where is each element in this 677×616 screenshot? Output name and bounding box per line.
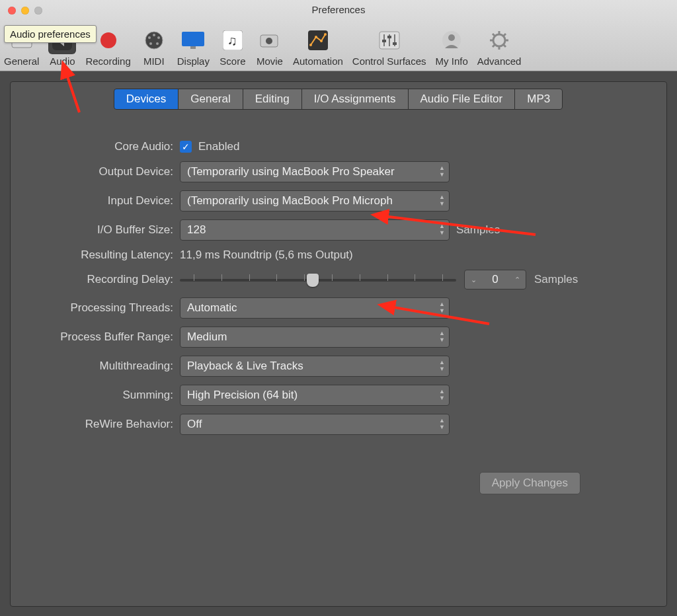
tooltip-audio-preferences: Audio preferences: [4, 25, 97, 43]
automation-icon: [304, 26, 332, 54]
chevron-updown-icon: ▲▼: [439, 165, 445, 178]
toolbar-label: Advanced: [477, 56, 522, 67]
svg-point-5: [100, 32, 116, 48]
output-device-label: Output Device:: [11, 165, 180, 178]
control-surfaces-icon: [376, 26, 403, 54]
apply-changes-button[interactable]: Apply Changes: [479, 472, 580, 494]
rewire-select[interactable]: Off ▲▼: [180, 414, 450, 435]
toolbar-label: Control Surfaces: [352, 56, 426, 67]
preferences-panel: Devices General Editing I/O Assignments …: [10, 81, 667, 607]
svg-point-20: [315, 36, 317, 38]
stepper-up-button[interactable]: ⌃: [508, 276, 526, 284]
svg-point-11: [156, 42, 159, 45]
summing-select[interactable]: High Precision (64 bit) ▲▼: [180, 385, 450, 406]
stepper-down-button[interactable]: ⌄: [465, 276, 482, 284]
output-device-select[interactable]: (Temporarily using MacBook Pro Speaker ▲…: [180, 161, 450, 182]
recording-delay-slider[interactable]: [180, 272, 456, 288]
summing-value: High Precision (64 bit): [187, 389, 298, 402]
toolbar-label: Recording: [85, 56, 130, 67]
latency-value: 11,9 ms Roundtrip (5,6 ms Output): [180, 249, 353, 262]
output-device-value: (Temporarily using MacBook Pro Speaker: [187, 165, 395, 178]
rewire-label: ReWire Behavior:: [11, 418, 180, 431]
toolbar-my-info[interactable]: My Info: [436, 26, 468, 67]
chevron-updown-icon: ▲▼: [439, 388, 445, 401]
toolbar-label: General: [4, 56, 39, 67]
process-buffer-range-value: Medium: [187, 330, 227, 344]
svg-point-19: [309, 44, 312, 46]
processing-threads-value: Automatic: [187, 301, 237, 315]
chevron-updown-icon: ▲▼: [439, 223, 445, 236]
toolbar-movie[interactable]: Movie: [256, 26, 284, 67]
titlebar: Preferences Audio preferences General Au…: [0, 0, 677, 71]
chevron-updown-icon: ▲▼: [439, 417, 445, 430]
toolbar-advanced[interactable]: Advanced: [477, 26, 522, 67]
toolbar-score[interactable]: ♫ Score: [219, 26, 247, 67]
recording-delay-stepper[interactable]: ⌄ 0 ⌃: [464, 270, 526, 289]
toolbar-label: Automation: [293, 56, 343, 67]
toolbar: General Audio Recording MIDI Display ♫ S…: [0, 26, 677, 71]
zoom-window-button[interactable]: [34, 7, 42, 15]
svg-line-39: [493, 44, 495, 47]
input-device-select[interactable]: (Temporarily using MacBook Pro Microph ▲…: [180, 190, 450, 212]
toolbar-label: Score: [219, 56, 245, 67]
process-buffer-range-select[interactable]: Medium ▲▼: [180, 327, 450, 348]
minimize-window-button[interactable]: [21, 7, 29, 15]
multithreading-select[interactable]: Playback & Live Tracks ▲▼: [180, 356, 450, 377]
subtab-io-assignments[interactable]: I/O Assignments: [301, 89, 409, 110]
svg-point-8: [148, 36, 151, 39]
io-buffer-select[interactable]: 128 ▲▼: [180, 219, 450, 241]
recording-delay-value: 0: [482, 273, 508, 286]
core-audio-value: Enabled: [198, 140, 239, 153]
toolbar-display[interactable]: Display: [177, 26, 210, 67]
subtab-audio-file-editor[interactable]: Audio File Editor: [408, 89, 516, 110]
core-audio-label: Core Audio:: [11, 140, 180, 153]
my-info-icon: [438, 26, 465, 54]
chevron-updown-icon: ▲▼: [439, 301, 445, 314]
movie-icon: [256, 26, 284, 54]
toolbar-midi[interactable]: MIDI: [140, 26, 168, 67]
svg-point-31: [448, 34, 455, 41]
recording-delay-label: Recording Delay:: [11, 273, 180, 286]
chevron-updown-icon: ▲▼: [439, 194, 445, 207]
svg-line-37: [493, 34, 495, 36]
svg-rect-12: [182, 32, 204, 46]
svg-line-40: [503, 34, 506, 36]
toolbar-control-surfaces[interactable]: Control Surfaces: [352, 26, 426, 67]
svg-point-7: [153, 34, 155, 36]
window-controls: [8, 7, 42, 15]
subtab-devices[interactable]: Devices: [114, 89, 179, 110]
subtab-bar: Devices General Editing I/O Assignments …: [11, 89, 666, 110]
multithreading-label: Multithreading:: [11, 360, 180, 373]
svg-point-17: [266, 38, 272, 44]
io-buffer-label: I/O Buffer Size:: [11, 223, 180, 237]
multithreading-value: Playback & Live Tracks: [187, 360, 303, 373]
score-icon: ♫: [219, 26, 247, 54]
subtab-mp3[interactable]: MP3: [514, 89, 563, 110]
chevron-updown-icon: ▲▼: [439, 359, 445, 372]
process-buffer-range-label: Process Buffer Range:: [11, 330, 180, 344]
svg-text:♫: ♫: [227, 33, 237, 48]
toolbar-label: My Info: [436, 56, 468, 67]
input-device-label: Input Device:: [11, 194, 180, 208]
slider-thumb[interactable]: [307, 274, 319, 287]
processing-threads-label: Processing Threads:: [11, 301, 180, 315]
recording-delay-suffix: Samples: [534, 273, 578, 286]
input-device-value: (Temporarily using MacBook Pro Microph: [187, 194, 393, 208]
latency-label: Resulting Latency:: [11, 249, 180, 262]
subtab-editing[interactable]: Editing: [243, 89, 302, 110]
svg-line-38: [503, 44, 506, 47]
subtab-general[interactable]: General: [178, 89, 243, 110]
devices-form: Core Audio: ✓ Enabled Output Device: (Te…: [11, 136, 666, 439]
advanced-icon: [485, 26, 513, 54]
svg-point-22: [324, 33, 327, 36]
core-audio-checkbox[interactable]: ✓: [180, 141, 192, 153]
display-icon: [179, 26, 207, 54]
io-buffer-suffix: Samples: [456, 223, 500, 237]
toolbar-label: MIDI: [143, 56, 165, 67]
summing-label: Summing:: [11, 389, 180, 402]
close-window-button[interactable]: [8, 7, 16, 15]
processing-threads-select[interactable]: Automatic ▲▼: [180, 297, 450, 319]
toolbar-label: Audio: [50, 56, 75, 67]
toolbar-automation[interactable]: Automation: [293, 26, 343, 67]
svg-rect-27: [382, 40, 386, 42]
